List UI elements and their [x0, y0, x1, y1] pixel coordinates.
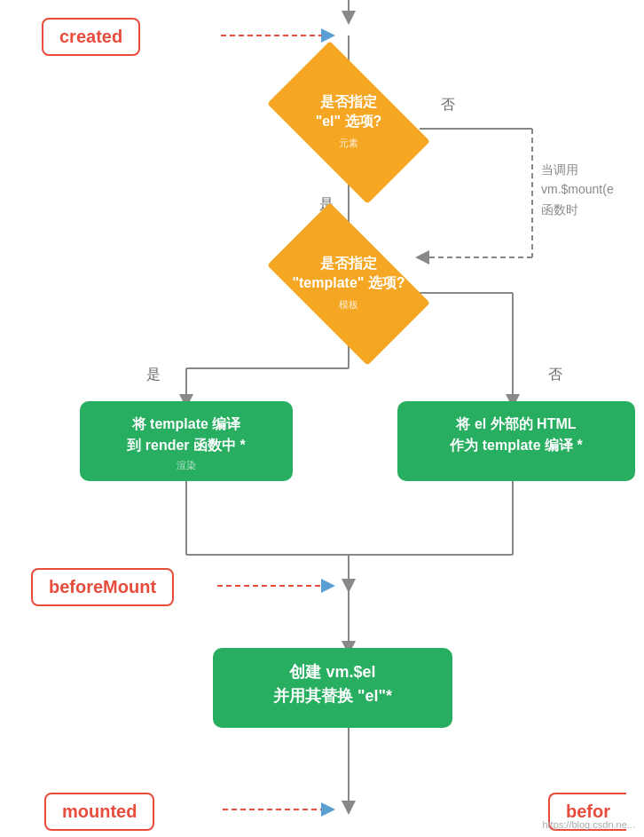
- template-no-label: 否: [548, 366, 562, 384]
- compile-template-box: 将 template 编译 到 render 函数中 * 渲染: [80, 401, 293, 481]
- create-el-box: 创建 vm.$el 并用其替换 "el"*: [213, 648, 452, 728]
- template-check-diamond: 是否指定 "template" 选项? 模板: [278, 240, 420, 346]
- lifecycle-diagram: created 是否指定 "el" 选项? 元素 否 是 当调用vm.$moun…: [0, 0, 644, 837]
- template-yes-label: 是: [146, 366, 161, 384]
- el-no-label: 否: [441, 96, 455, 114]
- compile-el-box: 将 el 外部的 HTML 作为 template 编译 *: [397, 401, 635, 481]
- before-mount-hook: beforeMount: [31, 568, 174, 606]
- vm-mount-note: 当调用vm.$mount(e函数时: [541, 160, 614, 219]
- watermark: https://blog.csdn.ne...: [542, 819, 635, 830]
- el-check-diamond: 是否指定 "el" 选项? 元素: [278, 78, 420, 180]
- mounted-hook: mounted: [44, 793, 154, 831]
- created-hook: created: [42, 18, 140, 56]
